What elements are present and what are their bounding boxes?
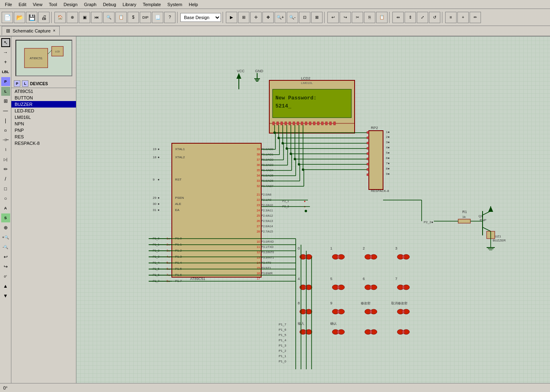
menu-graph[interactable]: Graph — [81, 1, 100, 8]
component-button[interactable]: 🏠 — [54, 12, 66, 23]
extra3-button[interactable]: ✏ — [470, 12, 481, 23]
svg-rect-28 — [305, 122, 307, 125]
canvas-area[interactable]: VCC GND New Password: 5214_ LCD2 LM010L — [76, 37, 550, 383]
undo-sidebar[interactable]: ↩ — [1, 252, 10, 261]
menu-edit[interactable]: Edit — [15, 1, 30, 8]
device-BUZZER[interactable]: BUZZER — [11, 101, 76, 108]
device-RESPACK-8[interactable]: RESPACK-8 — [11, 140, 76, 146]
device-NPN[interactable]: NPN — [11, 121, 76, 127]
rect-tool[interactable]: □ — [1, 184, 10, 193]
cap-tool[interactable]: ⊣⊢ — [1, 136, 10, 144]
dip-button[interactable]: DIP — [140, 12, 151, 23]
zoom-fit-button[interactable]: ⊡ — [299, 12, 310, 23]
bus-tool[interactable]: ⊞ — [1, 97, 10, 106]
redo-sidebar[interactable]: ↪ — [1, 262, 10, 271]
coil-tool[interactable]: ⌇ — [1, 145, 10, 154]
library-button[interactable]: 📋 — [115, 12, 127, 23]
menu-system[interactable]: System — [164, 1, 186, 8]
scroll-down-tool[interactable]: ▼ — [1, 291, 10, 300]
zoom-area-button[interactable]: ⊠ — [311, 12, 323, 23]
menu-tool[interactable]: Tool — [45, 1, 60, 8]
zoom-out-button[interactable]: 🔍- — [287, 12, 298, 23]
rewind-button[interactable]: ⏮ — [91, 12, 102, 23]
rotate-left-button[interactable]: ↺ — [429, 12, 440, 23]
cross-button[interactable]: ✛ — [250, 12, 262, 23]
open-button[interactable]: 📂 — [14, 12, 25, 23]
line-tool[interactable]: / — [1, 174, 10, 183]
export-button[interactable]: 📃 — [152, 12, 163, 23]
cut-button[interactable]: ✂ — [352, 12, 363, 23]
device-LED-RED[interactable]: LED-RED — [11, 108, 76, 114]
junction-button[interactable]: ⊕ — [67, 12, 78, 23]
l-filter-button[interactable]: L — [22, 80, 28, 87]
menu-design[interactable]: Design — [61, 1, 81, 8]
design-dropdown[interactable]: Base Design — [180, 13, 221, 22]
arrow-tool[interactable]: → — [1, 48, 10, 57]
device-AT89C51[interactable]: AT89C51 — [11, 88, 76, 95]
label-tool[interactable]: LBL — [1, 67, 10, 76]
diode-tool[interactable]: ▷| — [1, 155, 10, 164]
device-BUTTON[interactable]: BUTTON — [11, 95, 76, 101]
move-button[interactable]: ✥ — [262, 12, 274, 23]
svg-text:1●: 1● — [386, 130, 390, 134]
svg-point-79 — [298, 163, 300, 166]
svg-rect-52 — [367, 153, 369, 155]
menu-file[interactable]: File — [2, 1, 15, 8]
l-tool[interactable]: L — [1, 87, 10, 96]
zoom-search-button[interactable]: 🔍 — [103, 12, 115, 23]
zoom-in-tool[interactable]: +🔍 — [1, 233, 10, 242]
schematic-tab[interactable]: ⊞ Schematic Capture × — [2, 26, 60, 36]
redo-button[interactable]: ↪ — [340, 12, 351, 23]
size-v-button[interactable]: ⇕ — [405, 12, 416, 23]
dollar-button[interactable]: $ — [128, 12, 139, 23]
plus-tool[interactable]: + — [1, 58, 10, 67]
run-button[interactable]: ▶ — [226, 12, 237, 23]
svg-rect-239 — [305, 310, 307, 313]
copy-button[interactable]: ⎘ — [364, 12, 375, 23]
s-tool[interactable]: S — [1, 213, 10, 222]
p-filter-button[interactable]: P — [14, 80, 20, 87]
undo-button[interactable]: ↩ — [327, 12, 339, 23]
circle-tool[interactable]: ○ — [1, 194, 10, 203]
svg-rect-35 — [333, 122, 336, 125]
size-h-button[interactable]: ⇔ — [392, 12, 404, 23]
tab-close-button[interactable]: × — [53, 28, 56, 33]
size-both-button[interactable]: ⤢ — [417, 12, 428, 23]
menu-template[interactable]: Template — [139, 1, 164, 8]
svg-text:37: 37 — [257, 158, 260, 161]
print-button[interactable]: 🖨 — [38, 12, 50, 23]
svg-text:P1.4: P1.4 — [175, 261, 182, 265]
p-tool[interactable]: P — [1, 77, 10, 86]
svg-text:22: 22 — [257, 198, 260, 201]
wire-h-tool[interactable]: — — [1, 106, 10, 115]
zoom-out-tool[interactable]: -🔍 — [1, 243, 10, 252]
left-toolbar: ↖ → + LBL P L ⊞ — | Ω ⊣⊢ ⌇ ▷| ✏ / □ ○ A … — [0, 37, 11, 383]
menu-debug[interactable]: Debug — [100, 1, 119, 8]
chip-button[interactable]: ▣ — [79, 12, 90, 23]
device-list: AT89C51 BUTTON BUZZER LED-RED LM016L NPN… — [11, 88, 76, 383]
wire-v-tool[interactable]: | — [1, 116, 10, 125]
new-button[interactable]: 📄 — [2, 12, 13, 23]
resistor-tool[interactable]: Ω — [1, 126, 10, 135]
pen-tool[interactable]: ✏ — [1, 165, 10, 174]
device-LM016L[interactable]: LM016L — [11, 114, 76, 121]
device-RES[interactable]: RES — [11, 134, 76, 140]
device-PNP[interactable]: PNP — [11, 127, 76, 134]
text-tool[interactable]: A — [1, 204, 10, 213]
zoom-in-button[interactable]: 🔍+ — [275, 12, 286, 23]
menu-help[interactable]: Help — [186, 1, 201, 8]
menu-library[interactable]: Library — [119, 1, 140, 8]
svg-rect-23 — [285, 122, 287, 125]
paste-button[interactable]: 📋 — [376, 12, 388, 23]
save-button[interactable]: 💾 — [26, 12, 37, 23]
select-tool[interactable]: ↖ — [1, 38, 10, 47]
probe-tool[interactable]: ⊕ — [1, 223, 10, 232]
grid-button[interactable]: ⊞ — [238, 12, 249, 23]
extra2-button[interactable]: + — [457, 12, 469, 23]
menu-view[interactable]: View — [30, 1, 46, 8]
scroll-up-tool[interactable]: ▲ — [1, 282, 10, 291]
help-button[interactable]: ? — [164, 12, 175, 23]
svg-point-241 — [332, 309, 339, 314]
extra1-button[interactable]: ≡ — [445, 12, 457, 23]
svg-text:LCD2: LCD2 — [301, 76, 310, 80]
